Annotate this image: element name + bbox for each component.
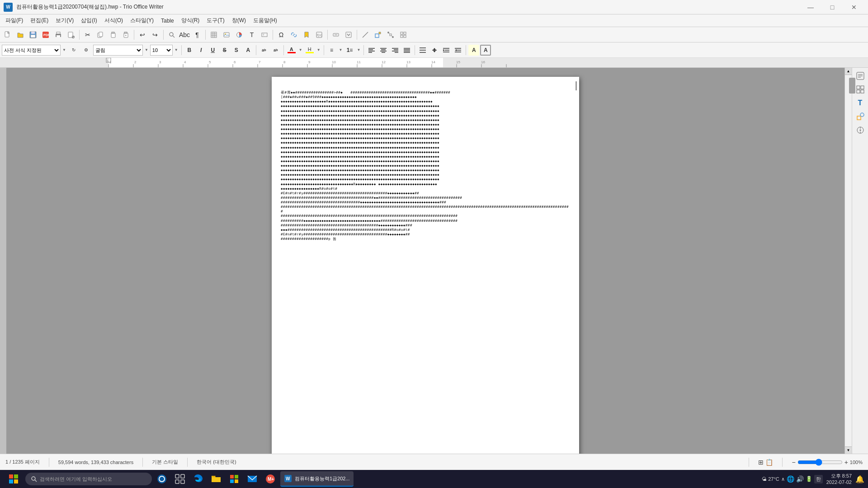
font-dropdown-arrow[interactable]: ▼ [144, 48, 149, 52]
list-unordered-button[interactable]: ≡ [326, 45, 337, 56]
taskbar-icon-mail[interactable] [244, 471, 260, 487]
bold-button[interactable]: B [184, 45, 195, 56]
menu-edit[interactable]: 편집(E) [27, 15, 52, 26]
paste-special-button[interactable]: ★ [120, 29, 132, 41]
save-button[interactable] [27, 29, 39, 41]
increase-indent-button[interactable] [453, 45, 463, 56]
taskbar-icon-app1[interactable]: M+ [262, 471, 278, 487]
insert-image-button[interactable] [221, 29, 232, 41]
strikethrough-button[interactable]: S [219, 45, 230, 56]
line-spacing-button[interactable] [417, 45, 428, 56]
insert-special-button[interactable]: Ω [275, 29, 287, 41]
align-right-button[interactable] [390, 45, 401, 56]
start-button[interactable] [4, 472, 24, 486]
font-color-button[interactable]: A [286, 45, 297, 56]
paste-button[interactable] [107, 29, 119, 41]
view-mode-icon2[interactable]: 📋 [765, 459, 773, 466]
export-pdf-button[interactable]: PDF [40, 29, 52, 41]
maximize-button[interactable]: □ [822, 0, 843, 14]
taskbar-icon-explorer[interactable] [208, 471, 224, 487]
superscript-button[interactable]: ab [259, 45, 269, 56]
menu-table[interactable]: Table [157, 16, 178, 26]
taskbar-icon-edge[interactable] [190, 471, 206, 487]
font-color-dropdown[interactable]: ▼ [298, 48, 303, 52]
scroll-thumb[interactable] [849, 78, 855, 94]
paragraph-style-select[interactable]: 사전 서식 지정된 [2, 45, 61, 56]
group-button[interactable] [397, 29, 409, 41]
font-size-select[interactable]: 10 [150, 45, 173, 56]
list-ordered-dropdown[interactable]: ▼ [356, 48, 362, 52]
compass-button[interactable] [854, 124, 867, 136]
cut-button[interactable]: ✂ [82, 29, 94, 41]
system-up-arrow[interactable]: ∧ [781, 476, 785, 482]
lang-indicator[interactable]: 한 [814, 475, 823, 483]
insert-field-button[interactable]: f(x) [313, 29, 325, 41]
text-formatting-button[interactable]: T [854, 97, 867, 109]
style-dropdown-arrow[interactable]: ▼ [61, 48, 67, 52]
paragraph-spacing-button[interactable] [429, 45, 440, 56]
insert-bookmark-button[interactable] [301, 29, 312, 41]
list-ordered-button[interactable]: 1≡ [344, 45, 355, 56]
insert-table-button[interactable] [208, 29, 220, 41]
menu-forms[interactable]: 양식(R) [178, 15, 203, 26]
shapes-panel-button[interactable] [854, 110, 867, 123]
outline-button[interactable]: A [243, 45, 254, 56]
view-mode-icon1[interactable]: ⊞ [758, 459, 764, 466]
align-left-button[interactable] [366, 45, 377, 56]
shadow-button[interactable]: S [231, 45, 242, 56]
character-shading-button[interactable]: A [468, 45, 479, 56]
size-dropdown-arrow[interactable]: ▼ [174, 48, 179, 52]
menu-window[interactable]: 창(W) [228, 15, 250, 26]
scroll-up-button[interactable]: ▲ [845, 68, 852, 75]
taskbar-icon-cortana[interactable] [154, 471, 170, 487]
taskbar-icon-taskview[interactable] [172, 471, 188, 487]
active-app-button[interactable]: W 컴퓨터활용능력1급202... [280, 471, 354, 487]
insert-text-button[interactable]: T [246, 29, 258, 41]
font-name-select[interactable]: 굴림 [93, 45, 143, 56]
connectors-button[interactable] [385, 29, 396, 41]
menu-file[interactable]: 파일(F) [2, 15, 27, 26]
properties-panel-button[interactable] [854, 70, 867, 82]
menu-help[interactable]: 도움말(H) [250, 15, 281, 26]
zoom-increase-button[interactable]: + [844, 459, 848, 466]
insert-textbox-button[interactable]: T [259, 29, 270, 41]
new-button[interactable] [2, 29, 14, 41]
minimize-button[interactable]: — [800, 0, 821, 14]
copy-button[interactable] [94, 29, 106, 41]
menu-format[interactable]: 서식(O) [101, 15, 127, 26]
print-button[interactable] [52, 29, 64, 41]
update-style-button[interactable]: ↻ [68, 44, 80, 56]
macros-button[interactable] [343, 29, 354, 41]
align-center-button[interactable] [378, 45, 389, 56]
decrease-indent-button[interactable] [441, 45, 452, 56]
basic-shapes-button[interactable] [372, 29, 384, 41]
spellcheck-button[interactable]: Abc [179, 29, 190, 41]
scroll-down-button[interactable]: ▼ [845, 446, 852, 454]
close-button[interactable]: ✕ [844, 0, 864, 14]
volume-icon[interactable]: 🔊 [796, 475, 804, 483]
print-preview-button[interactable] [65, 29, 77, 41]
taskbar-search[interactable]: 검색하려면 여기에 입력하십시오 [25, 473, 152, 485]
taskbar-icon-store[interactable] [226, 471, 242, 487]
character-border-button[interactable]: A [480, 45, 491, 56]
network-icon[interactable]: 🌐 [787, 475, 794, 483]
undo-button[interactable]: ↩ [137, 29, 148, 41]
subscript-button[interactable]: ab [270, 45, 281, 56]
italic-button[interactable]: I [196, 45, 207, 56]
align-justify-button[interactable] [401, 45, 412, 56]
list-unordered-dropdown[interactable]: ▼ [338, 48, 344, 52]
highlight-color-button[interactable]: H [304, 45, 315, 56]
redo-button[interactable]: ↪ [149, 29, 161, 41]
highlight-dropdown[interactable]: ▼ [316, 48, 321, 52]
line-tool-button[interactable] [359, 29, 371, 41]
menu-style[interactable]: 스타일(Y) [127, 15, 157, 26]
open-button[interactable] [14, 29, 26, 41]
find-button[interactable] [166, 29, 178, 41]
zoom-slider[interactable] [797, 460, 843, 465]
document-scroll-area[interactable]: 崔#胃◆◆#################>##◆ #############… [6, 68, 844, 454]
forms-button[interactable] [330, 29, 342, 41]
vertical-scrollbar[interactable]: ▲ ▼ [844, 68, 852, 454]
menu-insert[interactable]: 삽입(I) [77, 15, 100, 26]
menu-view[interactable]: 보기(V) [52, 15, 77, 26]
battery-icon[interactable]: 🔋 [806, 476, 812, 482]
